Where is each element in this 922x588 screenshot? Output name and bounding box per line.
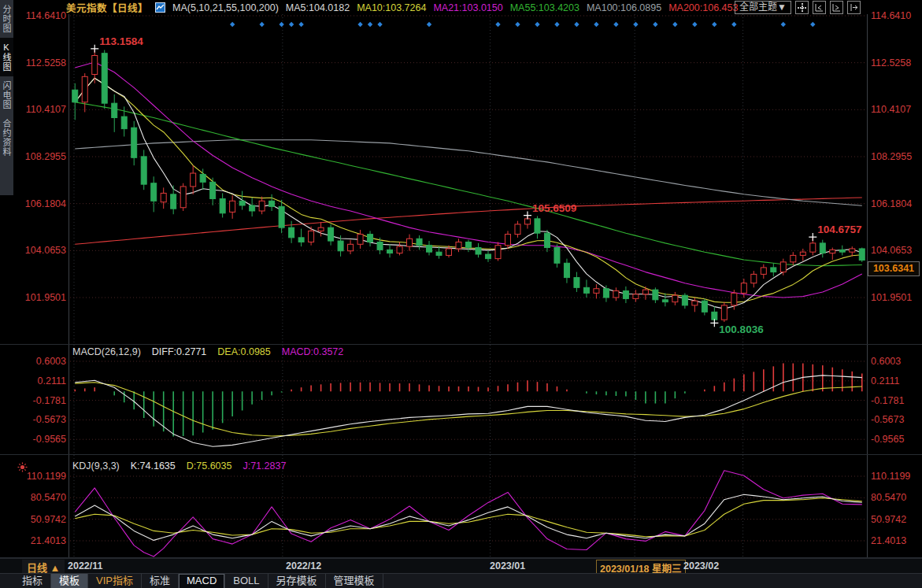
tab-boll[interactable]: BOLL <box>225 574 268 588</box>
axis-label: 114.6410 <box>26 10 66 21</box>
kdj-params-label: KDJ(9,3,3) <box>72 460 120 472</box>
axis-label: 106.1804 <box>871 198 912 209</box>
topbar-controls: 全部主题▼ <box>735 1 861 14</box>
kdj-d-value: D:75.6035 <box>187 460 232 472</box>
kdj-j-value: J:71.2837 <box>243 460 286 472</box>
ma-chart-icon <box>155 2 165 13</box>
kdj-layer <box>75 471 862 557</box>
axis-label: -0.1781 <box>871 395 904 406</box>
tab-standard[interactable]: 标准 <box>142 574 179 588</box>
ma100-value: MA100:106.0895 <box>587 2 661 13</box>
kdj-k-value: K:74.1635 <box>131 460 176 472</box>
sidebar-item-flash[interactable]: 闪电图 <box>0 76 13 114</box>
ma200-value: MA200:106.453 <box>668 2 738 13</box>
ma10-value: MA10:103.7264 <box>357 2 426 13</box>
date-axis-row: 日线 ▲ 2022/112022/122023/012023/01/18 星期三… <box>0 558 922 574</box>
macd-layer <box>75 364 862 447</box>
axis-label: -0.9565 <box>33 434 66 445</box>
collapse-right-icon[interactable] <box>847 1 861 14</box>
price-annotation: 105.6509 <box>532 202 576 214</box>
axis-label: -0.5673 <box>871 414 904 425</box>
ma21-value: MA21:103.0150 <box>433 2 502 13</box>
price-annotation: 113.1584 <box>99 35 143 47</box>
scale-left-icon[interactable] <box>813 1 826 14</box>
event-dots-layer <box>230 22 816 27</box>
axis-label: 50.9742 <box>31 514 66 525</box>
macd-diff-value: DIFF:0.2771 <box>152 346 206 357</box>
axis-label: 0.6003 <box>36 356 66 367</box>
chart-canvas[interactable]: 114.6410114.6410112.5258112.5258110.4107… <box>0 0 922 588</box>
axis-label: -0.1781 <box>33 395 66 406</box>
macd-dea-value: DEA:0.0985 <box>217 346 270 357</box>
indicator-tab-row: 指标 模板 VIP指标 标准 MACD BOLL 另存模板 管理模板 <box>0 573 922 588</box>
sidebar-item-kline[interactable]: K线图 <box>0 38 13 76</box>
tab-manage-templates[interactable]: 管理模板 <box>326 574 383 588</box>
tab-vip-indicators[interactable]: VIP指标 <box>88 574 142 588</box>
date-label: 2022/11 <box>68 560 103 571</box>
tab-indicators[interactable]: 指标 <box>14 574 51 588</box>
axis-label: 21.4013 <box>871 535 906 546</box>
macd-macd-value: MACD:0.3572 <box>282 346 344 357</box>
ma5-value: MA5:104.0182 <box>286 2 350 13</box>
macd-header: MACD(26,12,9) DIFF:0.2771 DEA:0.0985 MAC… <box>72 346 343 357</box>
axis-label: 80.5470 <box>871 492 906 503</box>
axis-label: 101.9501 <box>25 292 66 303</box>
axis-label: 21.4013 <box>31 535 66 546</box>
tab-macd[interactable]: MACD <box>179 574 225 588</box>
axis-label: 104.0653 <box>871 245 912 256</box>
ma-params-label: MA(5,10,21,55,100,200) <box>172 2 279 13</box>
axis-label: 112.5258 <box>871 57 911 68</box>
axis-label: 110.4107 <box>26 104 66 115</box>
axis-label: 50.9742 <box>871 514 906 525</box>
price-annotation: 100.8036 <box>719 324 764 335</box>
date-label: 2023/01 <box>490 560 525 571</box>
kline-chart-app: 114.6410114.6410112.5258112.5258110.4107… <box>0 0 922 588</box>
date-label: 2023/02 <box>683 560 719 571</box>
axis-label: 114.6410 <box>871 10 911 21</box>
grid-layer: 114.6410114.6410112.5258112.5258110.4107… <box>25 10 912 557</box>
axis-label: 110.1199 <box>27 471 66 482</box>
axis-label: 106.1804 <box>25 198 66 209</box>
symbol-title: 美元指数【日线】 <box>66 0 148 15</box>
axis-label: 108.2955 <box>25 151 66 162</box>
sidebar: 分时图 K线图 闪电图 合约资料 <box>0 0 13 195</box>
last-price-tag: 103.6341 <box>868 261 920 276</box>
ma55-value: MA55:103.4203 <box>510 2 579 13</box>
kdj-header: KDJ(9,3,3) K:74.1635 D:75.6035 J:71.2837 <box>72 460 286 472</box>
scale-right-icon[interactable] <box>830 1 843 14</box>
axis-label: 0.2111 <box>38 375 66 386</box>
indicator-settings-icon[interactable] <box>17 461 28 475</box>
topbar: 美元指数【日线】 MA(5,10,21,55,100,200) MA5:104.… <box>66 1 738 14</box>
macd-params-label: MACD(26,12,9) <box>72 346 141 357</box>
theme-dropdown-button[interactable]: 全部主题▼ <box>735 1 791 14</box>
price-annotation: 104.6757 <box>817 224 861 235</box>
axis-label: 108.2955 <box>871 151 912 162</box>
date-label: 2022/12 <box>286 560 321 571</box>
axis-label: 110.1199 <box>871 471 910 482</box>
candles-layer <box>72 49 865 324</box>
axis-label: 112.5258 <box>26 57 66 68</box>
axis-label: 101.9501 <box>871 292 912 303</box>
tab-save-template[interactable]: 另存模板 <box>268 574 326 588</box>
tab-templates[interactable]: 模板 <box>51 574 88 588</box>
axis-label: 104.0653 <box>25 245 66 256</box>
axis-label: -0.9565 <box>871 434 904 445</box>
axis-label: 0.6003 <box>871 356 901 367</box>
crosshair-icon[interactable] <box>795 1 809 14</box>
sidebar-item-contract-info[interactable]: 合约资料 <box>0 114 13 161</box>
axis-label: -0.5673 <box>33 414 66 425</box>
axis-label: 0.2111 <box>871 375 899 386</box>
sidebar-item-timeline[interactable]: 分时图 <box>0 0 13 38</box>
axis-label: 80.5470 <box>31 492 66 503</box>
axis-label: 110.4107 <box>871 104 911 115</box>
